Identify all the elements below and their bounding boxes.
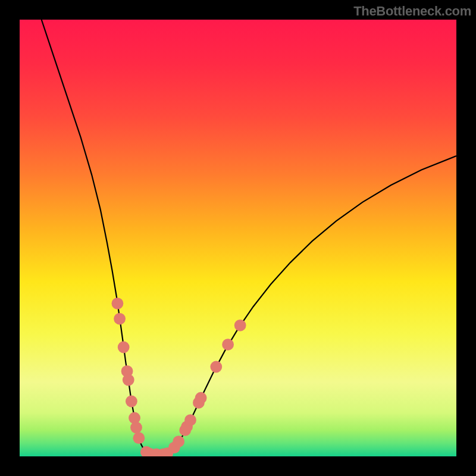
chart-frame: TheBottleneck.com [0,0,476,476]
marker-dot [222,339,234,350]
marker-dot [123,374,134,386]
marker-dot [184,414,196,426]
plot-area [20,20,456,456]
marker-dot [173,436,184,447]
marker-dot [114,313,126,325]
marker-dot [195,392,207,404]
marker-dot [234,320,246,331]
marker-dot [130,422,142,434]
watermark-text: TheBottleneck.com [353,4,471,19]
marker-dot [118,342,130,353]
marker-dot [126,396,137,408]
series-right-branch [169,156,456,454]
curve-layer [20,20,456,456]
marker-dot [133,432,145,444]
marker-dot [112,298,124,309]
marker-dot [210,361,222,373]
series-left-branch [42,20,149,454]
